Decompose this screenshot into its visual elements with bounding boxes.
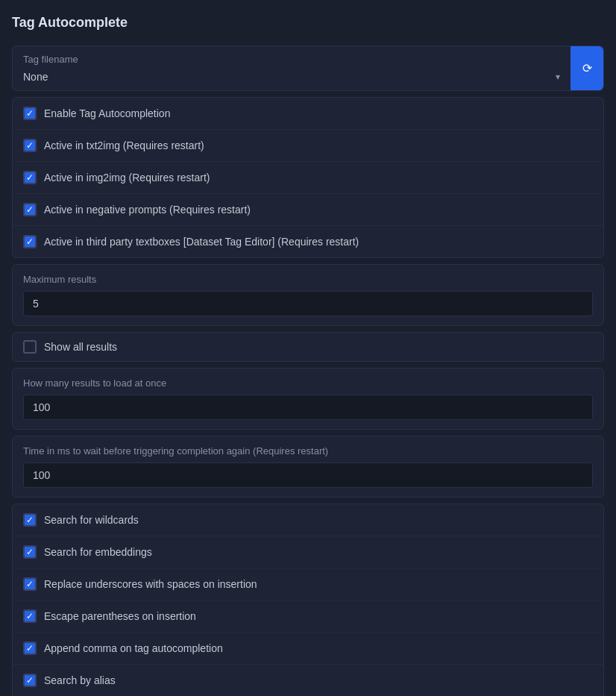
load-at-once-input[interactable] [23,395,593,420]
active-txt2img-checkbox[interactable]: ✓ [23,139,37,152]
replace-underscores-row[interactable]: ✓ Replace underscores with spaces on ins… [13,568,603,601]
search-by-alias-row[interactable]: ✓ Search by alias [13,665,603,696]
tag-filename-select-wrapper: None ▾ [23,71,560,83]
append-comma-label: Append comma on tag autocompletion [44,642,223,654]
active-img2img-checkbox[interactable]: ✓ [23,171,37,184]
replace-underscores-label: Replace underscores with spaces on inser… [44,578,257,590]
show-all-results-row[interactable]: Show all results [12,332,604,362]
search-embeddings-row[interactable]: ✓ Search for embeddings [13,536,603,568]
maximum-results-section: Maximum results [12,264,604,326]
main-checkboxes-section: ✓ Enable Tag Autocompletion ✓ Active in … [12,97,604,258]
active-negative-prompts-row[interactable]: ✓ Active in negative prompts (Requires r… [13,194,603,226]
active-third-party-checkbox[interactable]: ✓ [23,235,37,248]
load-at-once-section: How many results to load at once [12,368,604,430]
refresh-button[interactable]: ⟳ [571,46,603,90]
search-wildcards-label: Search for wildcards [44,514,139,526]
search-embeddings-checkbox[interactable]: ✓ [23,545,37,559]
active-third-party-row[interactable]: ✓ Active in third party textboxes [Datas… [13,226,603,257]
check-icon: ✓ [26,109,34,118]
search-embeddings-label: Search for embeddings [44,546,152,558]
chevron-down-icon: ▾ [556,72,560,82]
search-by-alias-label: Search by alias [44,674,116,686]
check-icon: ✓ [26,580,34,589]
check-icon: ✓ [26,676,34,685]
tag-filename-left: Tag filename None ▾ [13,46,571,90]
active-img2img-row[interactable]: ✓ Active in img2img (Requires restart) [13,162,603,194]
append-comma-row[interactable]: ✓ Append comma on tag autocompletion [13,633,603,665]
active-negative-prompts-label: Active in negative prompts (Requires res… [44,204,251,216]
show-all-results-label: Show all results [44,341,117,353]
escape-parentheses-row[interactable]: ✓ Escape parentheses on insertion [13,601,603,633]
search-wildcards-row[interactable]: ✓ Search for wildcards [13,504,603,536]
check-icon: ✓ [26,515,34,524]
check-icon: ✓ [26,612,34,621]
tag-filename-label: Tag filename [23,54,560,65]
check-icon: ✓ [26,173,34,182]
check-icon: ✓ [26,141,34,150]
time-in-ms-section: Time in ms to wait before triggering com… [12,436,604,498]
maximum-results-label: Maximum results [23,274,593,285]
escape-parentheses-checkbox[interactable]: ✓ [23,609,37,623]
tag-filename-section: Tag filename None ▾ ⟳ [12,46,604,91]
search-by-alias-checkbox[interactable]: ✓ [23,674,37,687]
check-icon: ✓ [26,237,34,246]
maximum-results-input[interactable] [23,291,593,316]
active-img2img-label: Active in img2img (Requires restart) [44,172,210,184]
enable-tag-autocompletion-label: Enable Tag Autocompletion [44,107,170,119]
load-at-once-label: How many results to load at once [23,377,593,389]
check-icon: ✓ [26,644,34,653]
append-comma-checkbox[interactable]: ✓ [23,642,37,655]
page-title: Tag Autocomplete [12,12,604,34]
bottom-checkboxes-section: ✓ Search for wildcards ✓ Search for embe… [12,504,604,696]
refresh-icon: ⟳ [582,61,592,75]
active-txt2img-row[interactable]: ✓ Active in txt2img (Requires restart) [13,130,603,162]
check-icon: ✓ [26,205,34,214]
replace-underscores-checkbox[interactable]: ✓ [23,577,37,591]
time-in-ms-input[interactable] [23,463,593,488]
tag-filename-select[interactable]: None [23,71,550,83]
enable-tag-autocompletion-row[interactable]: ✓ Enable Tag Autocompletion [13,98,603,130]
active-negative-prompts-checkbox[interactable]: ✓ [23,203,37,216]
active-third-party-label: Active in third party textboxes [Dataset… [44,236,359,248]
enable-tag-autocompletion-checkbox[interactable]: ✓ [23,107,37,120]
time-in-ms-label: Time in ms to wait before triggering com… [23,445,593,457]
escape-parentheses-label: Escape parentheses on insertion [44,610,196,622]
active-txt2img-label: Active in txt2img (Requires restart) [44,139,204,151]
search-wildcards-checkbox[interactable]: ✓ [23,513,37,527]
show-all-results-checkbox[interactable] [23,340,37,354]
check-icon: ✓ [26,548,34,557]
